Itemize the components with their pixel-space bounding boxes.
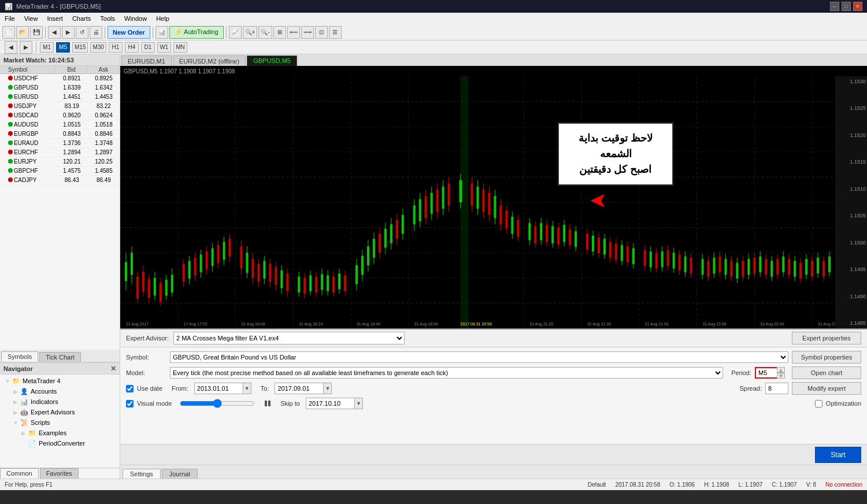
symbol-select[interactable]: GBPUSD, Great Britain Pound vs US Dollar	[170, 351, 788, 363]
print-btn[interactable]: 🖨	[90, 26, 102, 39]
restore-button[interactable]: □	[842, 2, 851, 11]
tab-symbols[interactable]: Symbols	[1, 351, 38, 362]
navigator-close[interactable]: ✕	[110, 365, 116, 373]
mw-row-usdchf[interactable]: USDCHF 0.8921 0.8925	[0, 74, 120, 83]
mw-row-eurgbp[interactable]: EURGBP 0.8843 0.8846	[0, 129, 120, 139]
refresh-btn[interactable]: ↺	[76, 26, 88, 39]
nav-tab-common[interactable]: Common	[0, 468, 39, 479]
period-m5[interactable]: M5	[56, 42, 70, 53]
examples-icon: 📁	[28, 428, 37, 438]
period-mn[interactable]: MN	[173, 42, 187, 53]
chart-scroll-btn[interactable]: ⟸	[287, 26, 300, 39]
chart-scroll2-btn[interactable]: ⟹	[301, 26, 314, 39]
skip-to-picker[interactable]: ▼	[355, 398, 363, 409]
st-tab-settings[interactable]: Settings	[123, 469, 161, 479]
zoom-out-btn[interactable]: 🔍-	[258, 26, 272, 39]
menu-help[interactable]: Help	[151, 13, 174, 24]
to-date-input[interactable]	[275, 383, 324, 394]
start-btn[interactable]: Start	[815, 447, 861, 463]
new-order-btn[interactable]: New Order	[108, 26, 150, 39]
from-date-input[interactable]	[194, 383, 243, 394]
pause-icon[interactable]	[263, 399, 272, 408]
open-btn[interactable]: 📂	[16, 26, 29, 39]
skip-to-input[interactable]	[306, 398, 355, 409]
autotrading-btn[interactable]: ⚡ AutoTrading	[169, 26, 224, 39]
tab-tick-chart[interactable]: Tick Chart	[39, 352, 81, 362]
menu-file[interactable]: File	[0, 13, 20, 24]
zoom-in-btn[interactable]: 🔍+	[243, 26, 258, 39]
st-tab-journal[interactable]: Journal	[162, 469, 198, 479]
menu-tools[interactable]: Tools	[95, 13, 120, 24]
svg-rect-40	[171, 275, 173, 292]
new-chart-btn[interactable]: 📄	[2, 26, 15, 39]
period-m15[interactable]: M15	[72, 42, 88, 53]
nav-tab-favorites[interactable]: Favorites	[40, 468, 79, 479]
minimize-button[interactable]: ─	[830, 2, 839, 11]
nav-item-scripts[interactable]: ▼ 📜 Scripts	[9, 417, 118, 428]
use-date-checkbox[interactable]	[126, 385, 134, 392]
from-date-picker[interactable]: ▼	[243, 383, 251, 394]
model-select[interactable]: Every tick (the most precise method base…	[170, 367, 723, 379]
objects-list-btn[interactable]: ☰	[329, 26, 342, 39]
prev-btn[interactable]: ◀	[48, 26, 61, 39]
period-d1[interactable]: D1	[141, 42, 155, 53]
next-btn[interactable]: ▶	[62, 26, 75, 39]
mw-row-usdcad[interactable]: USDCAD 0.9620 0.9624	[0, 111, 120, 120]
period-m30[interactable]: M30	[90, 42, 106, 53]
indicators-btn[interactable]: 📈	[229, 26, 242, 39]
modify-expert-btn[interactable]: Modify expert	[792, 382, 861, 395]
period-h4[interactable]: H4	[125, 42, 139, 53]
arrow-left[interactable]: ◀	[5, 41, 17, 54]
save-btn[interactable]: 💾	[30, 26, 43, 39]
tab-eurusd-m1[interactable]: EURUSD,M1	[121, 55, 172, 66]
mw-row-eurchf[interactable]: EURCHF 1.2894 1.2897	[0, 148, 120, 157]
close-button[interactable]: ✕	[853, 2, 862, 11]
mw-row-eurjpy[interactable]: EURJPY 120.21 120.25	[0, 157, 120, 166]
mw-row-eurusd[interactable]: EURUSD 1.4451 1.4453	[0, 92, 120, 102]
objects-btn[interactable]: ⊡	[315, 26, 328, 39]
nav-item-period-converter[interactable]: 📄 PeriodConverter	[17, 438, 118, 449]
tab-gbpusd-m5[interactable]: GBPUSD,M5	[247, 55, 297, 66]
nav-label-scripts: Scripts	[31, 419, 50, 426]
mw-row-usdjpy[interactable]: USDJPY 83.19 83.22	[0, 102, 120, 111]
period-m1[interactable]: M1	[40, 42, 54, 53]
to-date-picker[interactable]: ▼	[324, 383, 332, 394]
tab-eurusd-m2[interactable]: EURUSD,M2 (offline)	[173, 55, 246, 66]
period-w1[interactable]: W1	[157, 42, 171, 53]
chart-wizard-btn[interactable]: 📊	[155, 26, 168, 39]
visual-speed-slider[interactable]	[180, 399, 255, 408]
mw-row-gbpusd[interactable]: GBPUSD 1.6339 1.6342	[0, 83, 120, 92]
mw-row-gbpchf[interactable]: GBPCHF 1.4575 1.4585	[0, 166, 120, 176]
svg-rect-128	[460, 180, 462, 202]
period-down-arrow[interactable]: ▼	[777, 373, 785, 379]
svg-rect-180	[627, 246, 629, 262]
open-chart-btn[interactable]: Open chart	[792, 366, 861, 379]
menu-window[interactable]: Window	[120, 13, 151, 24]
menu-insert[interactable]: Insert	[42, 13, 68, 24]
status-bar: For Help, press F1 Default 2017.08.31 20…	[0, 479, 867, 490]
expert-select[interactable]: 2 MA Crosses Mega filter EA V1.ex4	[173, 332, 405, 344]
nav-item-accounts[interactable]: ▶ 👤 Accounts	[9, 386, 118, 396]
visual-mode-checkbox[interactable]	[126, 400, 134, 407]
mw-row-audusd[interactable]: AUDUSD 1.0515 1.0518	[0, 120, 120, 129]
chart-canvas[interactable]: 21 Aug 2017 17 Aug 17:52 31 Aug 18:08 31…	[120, 76, 835, 328]
symbol-properties-btn[interactable]: Symbol properties	[792, 351, 861, 364]
svg-rect-240	[811, 261, 813, 276]
expand-icon: ▼	[3, 377, 12, 385]
menu-view[interactable]: View	[20, 13, 43, 24]
mw-row-cadjpy[interactable]: CADJPY 86.43 86.49	[0, 176, 120, 185]
spread-input[interactable]	[765, 383, 788, 394]
optimization-checkbox[interactable]	[815, 400, 822, 407]
chart-grid-btn[interactable]: ⊞	[273, 26, 286, 39]
nav-item-indicators[interactable]: ▶ 📊 Indicators	[9, 396, 118, 407]
nav-item-metatrader4[interactable]: ▼ 📁 MetaTrader 4	[1, 376, 118, 386]
arrow-right[interactable]: ▶	[20, 41, 32, 54]
expert-properties-btn[interactable]: Expert properties	[792, 332, 861, 344]
mw-row-euraud[interactable]: EURAUD 1.3736 1.3748	[0, 139, 120, 148]
annotation-line2: اصبح كل دقيقتين	[579, 164, 651, 175]
nav-item-ea[interactable]: ▶ 🤖 Expert Advisors	[9, 407, 118, 417]
period-h1[interactable]: H1	[109, 42, 123, 53]
svg-rect-134	[482, 190, 484, 212]
nav-item-examples[interactable]: ▶ 📁 Examples	[17, 428, 118, 438]
menu-charts[interactable]: Charts	[68, 13, 95, 24]
